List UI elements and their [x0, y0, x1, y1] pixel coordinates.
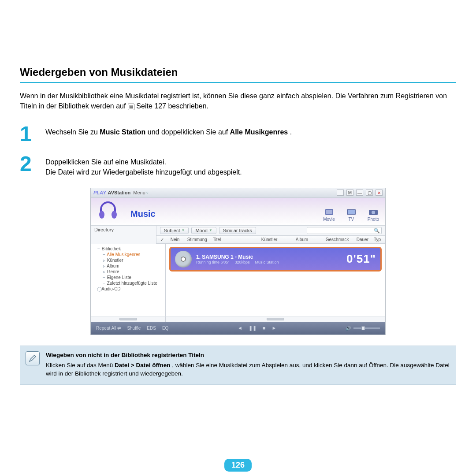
svg-point-1 — [112, 211, 117, 219]
note-pre: Klicken Sie auf das Menü — [46, 362, 115, 368]
tree-item[interactable]: ▹ Künstler — [91, 257, 165, 263]
col-titel[interactable]: Titel — [210, 237, 259, 242]
expand-icon: − — [102, 275, 106, 280]
shuffle-button[interactable]: Shuffle — [127, 326, 141, 331]
svg-rect-3 — [326, 210, 332, 214]
col-kuenstler[interactable]: Künstler — [259, 237, 293, 242]
tree-item[interactable]: − Zuletzt hinzugefügte Liste — [91, 280, 165, 286]
expand-icon: ▹ — [102, 258, 106, 263]
intro-paragraph: Wenn in der Musikbibliothek eine Musikda… — [20, 91, 456, 111]
filter-row: Directory Subject▼ Mood▼ Similar tracks … — [91, 225, 385, 244]
col-dauer[interactable]: Dauer — [354, 237, 371, 242]
now-playing-time: 0'51" — [346, 252, 376, 266]
search-icon: 🔍 — [374, 228, 380, 234]
col-album[interactable]: Album — [293, 237, 323, 242]
pin-button[interactable]: ⎯ — [337, 190, 344, 196]
now-playing-row[interactable]: 1. SAMSUNG 1 - Music Running time 6'05" … — [169, 247, 382, 271]
step-2-number: 2 — [20, 154, 37, 177]
m-button[interactable]: M — [346, 190, 353, 196]
col-check[interactable]: ✓ — [156, 237, 168, 242]
prev-button[interactable]: ◄ — [238, 325, 242, 331]
columns-header: ✓ Nein Stimmung Titel Künstler Album Ges… — [156, 235, 385, 244]
directory-tree: − Bibliothek− Alle Musikgenres▹ Künstler… — [91, 244, 166, 316]
chevron-down-icon: ▼ — [209, 228, 212, 232]
tree-item[interactable]: ▹ Album — [91, 263, 165, 269]
track-list: 1. SAMSUNG 1 - Music Running time 6'05" … — [166, 244, 385, 316]
note-bold: Datei > Datei öffnen — [115, 362, 170, 368]
chip-mood[interactable]: Mood▼ — [191, 227, 216, 234]
expand-icon: ▹ — [102, 264, 106, 268]
photo-icon — [368, 208, 378, 216]
close-button[interactable]: ✕ — [376, 190, 383, 196]
mode-photo[interactable]: Photo — [368, 208, 379, 223]
step-1-bold1: Music Station — [100, 128, 145, 136]
filter-chips: Subject▼ Mood▼ Similar tracks 🔍 — [156, 226, 385, 235]
avstation-window: PLAY AVStation Menu ▿ ⎯ M — ▢ ✕ Music Mo… — [90, 188, 386, 335]
speaker-icon: 🔊 — [346, 326, 351, 331]
chip-mood-label: Mood — [195, 228, 208, 233]
tree-item[interactable]: − Bibliothek — [91, 246, 165, 252]
tv-icon — [346, 208, 356, 216]
chip-similar[interactable]: Similar tracks — [219, 227, 256, 234]
col-typ[interactable]: Typ — [371, 237, 385, 242]
col-nein[interactable]: Nein — [168, 237, 185, 242]
now-playing-title: 1. SAMSUNG 1 - Music — [196, 254, 279, 260]
col-geschmack[interactable]: Geschmack — [323, 237, 354, 242]
minimize-button[interactable]: — — [356, 190, 363, 196]
step-1: 1 Wechseln Sie zu Music Station und dopp… — [20, 124, 456, 143]
step-2: 2 Doppelklicken Sie auf eine Musikdatei.… — [20, 154, 456, 177]
titlebar: PLAY AVStation Menu ▿ ⎯ M — ▢ ✕ — [91, 188, 385, 198]
now-playing-bitrate: 320kbps — [234, 260, 249, 264]
tree-item[interactable]: ▹ Genre — [91, 269, 165, 275]
app-header: Music Movie TV Photo — [91, 198, 385, 225]
col-stimmung[interactable]: Stimmung — [185, 237, 210, 242]
volume-control[interactable]: 🔊 — [346, 326, 380, 331]
mode-tv-label: TV — [348, 217, 354, 222]
music-tab[interactable]: Music — [130, 209, 156, 223]
tree-item[interactable]: − Alle Musikgenres — [91, 252, 165, 257]
next-button[interactable]: ► — [272, 325, 277, 331]
pencil-icon — [26, 351, 40, 365]
chip-subject-label: Subject — [164, 228, 180, 233]
tree-item[interactable]: − Eigene Liste — [91, 275, 165, 280]
menu-button[interactable]: Menu — [133, 190, 145, 195]
mode-movie[interactable]: Movie — [323, 208, 335, 223]
step-2-line1: Doppelklicken Sie auf eine Musikdatei. — [45, 158, 166, 166]
eds-button[interactable]: EDS — [147, 326, 156, 331]
headphone-icon — [97, 200, 119, 222]
svg-point-0 — [99, 211, 104, 219]
menu-chevron-icon[interactable]: ▿ — [146, 190, 149, 195]
repeat-label: Repeat All — [96, 326, 116, 331]
step-1-number: 1 — [20, 124, 37, 143]
directory-label: Directory — [91, 226, 156, 234]
intro-part2: Seite 127 beschrieben. — [136, 102, 208, 110]
step-1-bold2: Alle Musikgenres — [230, 128, 288, 136]
maximize-button[interactable]: ▢ — [366, 190, 373, 196]
chip-similar-label: Similar tracks — [223, 228, 252, 233]
mode-tv[interactable]: TV — [346, 208, 356, 223]
expand-icon: − — [102, 281, 106, 286]
chevron-down-icon: ▼ — [181, 228, 185, 232]
intro-part1: Wenn in der Musikbibliothek eine Musikda… — [20, 92, 447, 110]
step-2-line2: Die Datei wird zur Wiedergabeliste hinzu… — [45, 168, 242, 176]
movie-icon — [324, 208, 334, 216]
mode-movie-label: Movie — [323, 217, 335, 222]
step-1-mid: und doppelklicken Sie auf — [148, 128, 230, 136]
volume-slider[interactable] — [353, 327, 380, 329]
note-title: Wiegeben von nicht in der Bibliothek reg… — [46, 351, 450, 360]
disc-icon — [175, 251, 192, 268]
pause-button[interactable]: ❚❚ — [249, 325, 257, 331]
tree-item[interactable]: ◯ Audio-CD — [91, 286, 165, 292]
play-logo: PLAY — [93, 190, 106, 195]
stop-button[interactable]: ■ — [263, 325, 266, 331]
mode-photo-label: Photo — [368, 217, 379, 222]
list-scrollbar[interactable] — [166, 316, 385, 322]
search-input[interactable]: 🔍 — [307, 227, 382, 234]
page-number: 126 — [224, 459, 252, 472]
eq-button[interactable]: EQ — [162, 326, 168, 331]
chip-subject[interactable]: Subject▼ — [160, 227, 189, 234]
tree-scrollbar[interactable] — [91, 316, 166, 322]
svg-rect-5 — [348, 210, 355, 214]
note-body: Klicken Sie auf das Menü Datei > Datei ö… — [46, 361, 450, 378]
repeat-button[interactable]: Repeat All ⇌ — [96, 326, 121, 331]
